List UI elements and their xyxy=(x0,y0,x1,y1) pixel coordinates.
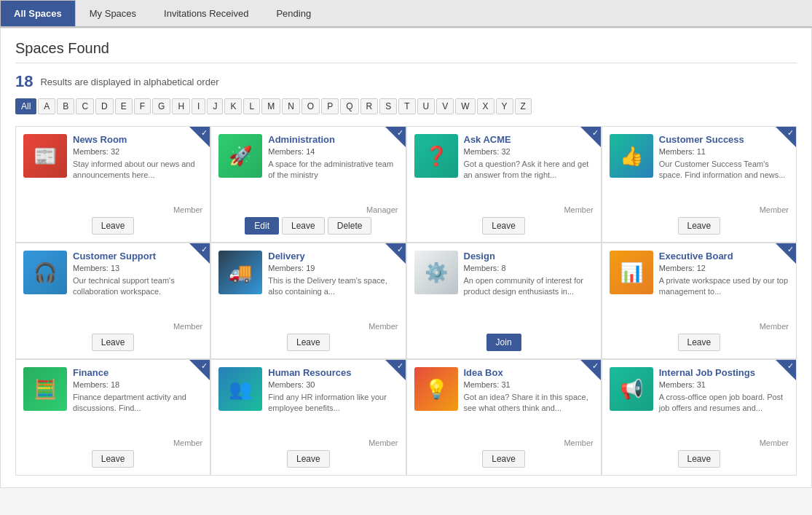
alpha-btn-d[interactable]: D xyxy=(95,98,114,114)
tab-invitations[interactable]: Invitations Received xyxy=(150,0,262,26)
role-label-executive: Member xyxy=(610,322,789,331)
space-card-ideabox: 💡Idea BoxMembers: 31Got an idea? Share i… xyxy=(406,359,602,476)
btn-leave-finance[interactable]: Leave xyxy=(92,450,135,468)
alpha-btn-y[interactable]: Y xyxy=(496,98,513,114)
alpha-btn-w[interactable]: W xyxy=(455,98,475,114)
alpha-filter: AllABCDEFGHIJKLMNOPQRSTUVWXYZ xyxy=(15,98,797,114)
space-name-ideabox[interactable]: Idea Box xyxy=(464,367,594,378)
alpha-btn-x[interactable]: X xyxy=(477,98,494,114)
alpha-btn-z[interactable]: Z xyxy=(515,98,532,114)
btn-group-design: Join xyxy=(414,334,594,351)
btn-leave-hr[interactable]: Leave xyxy=(287,450,330,468)
btn-leave-custsupport[interactable]: Leave xyxy=(92,334,135,351)
space-footer-custsuccess: MemberLeave xyxy=(610,205,789,235)
space-name-delivery[interactable]: Delivery xyxy=(268,251,398,262)
space-name-hr[interactable]: Human Resources xyxy=(268,367,398,378)
spaces-grid: 📰News RoomMembers: 32Stay informed about… xyxy=(15,126,797,476)
space-members-delivery: Members: 19 xyxy=(268,264,398,272)
space-name-design[interactable]: Design xyxy=(464,251,594,262)
member-ribbon xyxy=(385,127,406,147)
space-name-askacme[interactable]: Ask ACME xyxy=(464,134,594,145)
btn-group-jobs: Leave xyxy=(610,450,789,468)
alpha-btn-e[interactable]: E xyxy=(115,98,133,114)
space-name-custsuccess[interactable]: Customer Success xyxy=(659,134,789,145)
btn-leave-delivery[interactable]: Leave xyxy=(287,334,330,351)
alpha-btn-u[interactable]: U xyxy=(417,98,435,114)
space-footer-admin: ManagerEditLeaveDelete xyxy=(218,205,398,235)
btn-group-askacme: Leave xyxy=(414,217,594,235)
space-members-finance: Members: 18 xyxy=(73,380,202,389)
tab-all[interactable]: All Spaces xyxy=(0,0,76,26)
space-desc-hr: Find any HR information like your employ… xyxy=(268,392,398,414)
btn-group-finance: Leave xyxy=(23,450,202,468)
space-desc-askacme: Got a question? Ask it here and get an a… xyxy=(464,159,594,181)
space-name-newsroom[interactable]: News Room xyxy=(73,134,202,145)
btn-leave-admin[interactable]: Leave xyxy=(282,217,325,235)
btn-leave-jobs[interactable]: Leave xyxy=(678,450,721,468)
space-members-askacme: Members: 32 xyxy=(464,147,594,156)
space-members-custsuccess: Members: 11 xyxy=(659,147,789,156)
space-name-jobs[interactable]: Internal Job Postings xyxy=(659,367,789,378)
alpha-btn-l[interactable]: L xyxy=(243,98,260,114)
alpha-btn-s[interactable]: S xyxy=(379,98,397,114)
btn-delete-admin[interactable]: Delete xyxy=(328,217,372,235)
alpha-btn-a[interactable]: A xyxy=(38,98,55,114)
alpha-btn-q[interactable]: Q xyxy=(340,98,358,114)
space-thumbnail-newsroom: 📰 xyxy=(23,134,67,178)
space-footer-delivery: MemberLeave xyxy=(218,322,398,351)
space-desc-finance: Finance department activity and discussi… xyxy=(73,392,202,414)
btn-leave-newsroom[interactable]: Leave xyxy=(92,217,135,235)
alpha-btn-p[interactable]: P xyxy=(321,98,339,114)
alpha-btn-r[interactable]: R xyxy=(360,98,379,114)
alpha-btn-h[interactable]: H xyxy=(172,98,190,114)
btn-leave-ideabox[interactable]: Leave xyxy=(482,450,525,468)
alpha-btn-i[interactable]: I xyxy=(192,98,205,114)
tab-pending[interactable]: Pending xyxy=(262,0,325,26)
space-card-admin: 🚀AdministrationMembers: 14A space for th… xyxy=(210,126,406,243)
space-card-finance: 🧮FinanceMembers: 18Finance department ac… xyxy=(15,359,210,476)
space-footer-design: Join xyxy=(414,331,594,351)
alpha-btn-o[interactable]: O xyxy=(301,98,320,114)
space-name-executive[interactable]: Executive Board xyxy=(659,251,789,262)
alpha-btn-t[interactable]: T xyxy=(398,98,415,114)
space-footer-executive: MemberLeave xyxy=(610,322,789,351)
space-desc-delivery: This is the Delivery team's space, also … xyxy=(268,275,398,298)
thumb-icon: 🧮 xyxy=(33,378,57,401)
btn-join-design[interactable]: Join xyxy=(486,334,521,351)
thumb-icon: 🚚 xyxy=(229,262,252,284)
role-label-hr: Member xyxy=(218,439,398,447)
btn-leave-custsuccess[interactable]: Leave xyxy=(678,217,721,235)
btn-edit-admin[interactable]: Edit xyxy=(245,217,279,235)
alpha-btn-c[interactable]: C xyxy=(76,98,94,114)
alpha-btn-all[interactable]: All xyxy=(15,98,36,114)
space-name-custsupport[interactable]: Customer Support xyxy=(73,251,202,262)
thumb-icon: 🚀 xyxy=(229,145,252,168)
alpha-btn-g[interactable]: G xyxy=(152,98,170,114)
thumb-icon: 🎧 xyxy=(33,262,57,284)
space-thumbnail-askacme: ❓ xyxy=(414,134,458,178)
space-footer-hr: MemberLeave xyxy=(218,439,398,468)
role-label-delivery: Member xyxy=(218,322,398,331)
space-thumbnail-finance: 🧮 xyxy=(23,367,67,411)
btn-leave-askacme[interactable]: Leave xyxy=(482,217,525,235)
alpha-btn-b[interactable]: B xyxy=(57,98,74,114)
space-card-newsroom: 📰News RoomMembers: 32Stay informed about… xyxy=(15,126,210,243)
alpha-btn-m[interactable]: M xyxy=(261,98,280,114)
thumb-icon: ⚙️ xyxy=(425,262,448,284)
alpha-btn-j[interactable]: J xyxy=(207,98,223,114)
space-name-finance[interactable]: Finance xyxy=(73,367,202,378)
member-ribbon xyxy=(385,243,406,264)
space-card-custsupport: 🎧Customer SupportMembers: 13Our technica… xyxy=(15,243,210,359)
btn-group-custsuccess: Leave xyxy=(610,217,789,235)
tab-my[interactable]: My Spaces xyxy=(76,0,150,26)
alpha-btn-f[interactable]: F xyxy=(134,98,151,114)
alpha-btn-v[interactable]: V xyxy=(436,98,454,114)
space-footer-ideabox: MemberLeave xyxy=(414,439,594,468)
space-desc-jobs: A cross-office open job board. Post job … xyxy=(659,392,789,414)
space-footer-finance: MemberLeave xyxy=(23,439,202,468)
btn-leave-executive[interactable]: Leave xyxy=(678,334,721,351)
alpha-btn-k[interactable]: K xyxy=(224,98,242,114)
space-name-admin[interactable]: Administration xyxy=(268,134,398,145)
member-ribbon xyxy=(189,127,210,147)
alpha-btn-n[interactable]: N xyxy=(282,98,300,114)
